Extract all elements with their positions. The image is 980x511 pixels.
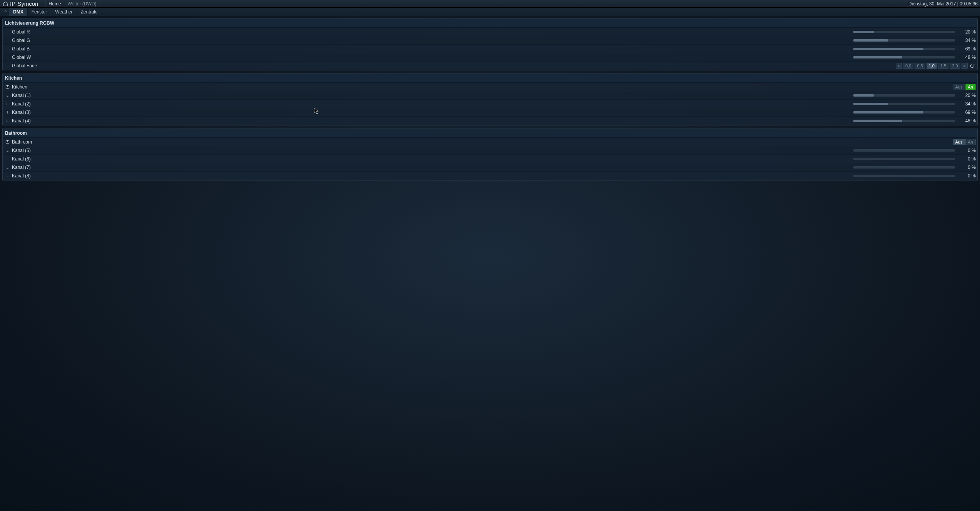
tab-weather[interactable]: Weather bbox=[51, 8, 77, 16]
fade-option-0-0[interactable]: 0,0 bbox=[903, 63, 913, 69]
row-label: Kanal (8) bbox=[12, 173, 31, 179]
row-label: Global R bbox=[12, 29, 30, 35]
panel-kitchen: KitchenKitchenAusAnı..Kanal (1)20 %ı..Ka… bbox=[2, 73, 978, 125]
separator bbox=[45, 1, 45, 7]
toggle: AusAn bbox=[953, 139, 976, 145]
row-global-w: Global W48 % bbox=[3, 53, 977, 62]
slider[interactable] bbox=[853, 119, 955, 123]
slider[interactable] bbox=[853, 165, 955, 169]
row-kanal-7-: ...Kanal (7)0 % bbox=[3, 163, 977, 172]
row-kanal-6-: ...Kanal (6)0 % bbox=[3, 155, 977, 163]
panel-lichtsteuerung-rgbw: Lichtsteuerung RGBWGlobal R20 %Global G3… bbox=[2, 18, 978, 70]
dots-icon: ... bbox=[4, 165, 10, 169]
row-kanal-8-: ...Kanal (8)0 % bbox=[3, 172, 977, 180]
row-bathroom: BathroomAusAn bbox=[3, 138, 977, 146]
percent-value: 48 % bbox=[959, 118, 976, 124]
refresh-icon[interactable] bbox=[969, 63, 976, 69]
tab-dmx[interactable]: DMX bbox=[9, 8, 28, 16]
panel-header: Kitchen bbox=[3, 74, 977, 83]
slider[interactable] bbox=[853, 102, 955, 106]
slider[interactable] bbox=[853, 38, 955, 42]
toggle-off-button[interactable]: Aus bbox=[953, 139, 965, 145]
row-label: Kanal (1) bbox=[12, 93, 31, 98]
fade-next-button[interactable]: > bbox=[962, 63, 968, 69]
slider[interactable] bbox=[853, 47, 955, 51]
percent-value: 34 % bbox=[959, 101, 976, 107]
row-label: Kanal (3) bbox=[12, 110, 31, 115]
row-label: Kanal (6) bbox=[12, 156, 31, 162]
row-kanal-4-: ı..Kanal (4)48 % bbox=[3, 117, 977, 125]
row-label: Global Fade bbox=[12, 63, 37, 68]
percent-value: 0 % bbox=[959, 165, 976, 170]
fade-option-1-5[interactable]: 1,5 bbox=[938, 63, 948, 69]
row-label: Global G bbox=[12, 38, 30, 43]
toggle-off-button[interactable]: Aus bbox=[953, 84, 965, 90]
percent-value: 20 % bbox=[959, 29, 976, 35]
main-area: Lichtsteuerung RGBWGlobal R20 %Global G3… bbox=[0, 16, 980, 511]
bars-high-icon: ıl. bbox=[4, 110, 10, 114]
home-icon[interactable] bbox=[2, 1, 8, 7]
tab-fenster[interactable]: Fenster bbox=[28, 8, 52, 16]
row-label: Kanal (7) bbox=[12, 165, 31, 170]
row-global-r: Global R20 % bbox=[3, 28, 977, 36]
percent-value: 0 % bbox=[959, 156, 976, 162]
slider[interactable] bbox=[853, 94, 955, 97]
power-icon bbox=[4, 139, 10, 144]
panel-header: Lichtsteuerung RGBW bbox=[3, 19, 977, 28]
slider[interactable] bbox=[853, 55, 955, 59]
bars-low-icon: ı.. bbox=[4, 94, 10, 97]
percent-value: 69 % bbox=[959, 46, 976, 52]
dots-icon: ... bbox=[4, 149, 10, 152]
row-label: Bathroom bbox=[12, 139, 32, 145]
row-label: Kitchen bbox=[12, 84, 27, 90]
fade-prev-button[interactable]: < bbox=[896, 63, 902, 69]
slider[interactable] bbox=[853, 157, 955, 161]
back-icon[interactable] bbox=[2, 10, 9, 14]
row-label: Global W bbox=[12, 55, 31, 60]
fade-option-1-0[interactable]: 1,0 bbox=[926, 63, 937, 69]
row-kanal-3-: ıl.Kanal (3)69 % bbox=[3, 108, 977, 117]
toggle: AusAn bbox=[953, 84, 976, 90]
bars-mid-icon: ı.. bbox=[4, 119, 10, 123]
separator bbox=[64, 1, 64, 7]
slider[interactable] bbox=[853, 149, 955, 152]
tab-zentrale[interactable]: Zentrale bbox=[77, 8, 102, 16]
row-label: Kanal (2) bbox=[12, 101, 31, 107]
slider[interactable] bbox=[853, 30, 955, 34]
top-bar: IP-Symcon Home Wetter (DWD) Dienstag, 30… bbox=[0, 0, 980, 8]
percent-value: 20 % bbox=[959, 93, 976, 98]
row-label: Global B bbox=[12, 46, 30, 52]
row-kanal-1-: ı..Kanal (1)20 % bbox=[3, 91, 977, 100]
fade-option-2-0[interactable]: 2,0 bbox=[950, 63, 960, 69]
breadcrumb-home[interactable]: Home bbox=[48, 1, 61, 7]
dots-icon: ... bbox=[4, 157, 10, 161]
row-kanal-2-: ı..Kanal (2)34 % bbox=[3, 100, 977, 108]
power-icon bbox=[4, 84, 10, 89]
toggle-on-button[interactable]: An bbox=[965, 84, 976, 90]
row-label: Kanal (4) bbox=[12, 118, 31, 124]
slider[interactable] bbox=[853, 110, 955, 114]
percent-value: 34 % bbox=[959, 38, 976, 43]
toggle-on-button[interactable]: An bbox=[965, 139, 976, 145]
tab-bar: DMXFensterWeatherZentrale bbox=[0, 8, 980, 16]
percent-value: 0 % bbox=[959, 148, 976, 153]
breadcrumb-wetter[interactable]: Wetter (DWD) bbox=[67, 1, 96, 7]
slider[interactable] bbox=[853, 174, 955, 178]
fade-option-0-5[interactable]: 0,5 bbox=[915, 63, 925, 69]
row-label: Kanal (5) bbox=[12, 148, 31, 153]
percent-value: 0 % bbox=[959, 173, 976, 179]
row-kanal-5-: ...Kanal (5)0 % bbox=[3, 146, 977, 155]
bars-low-icon: ı.. bbox=[4, 102, 10, 106]
fade-control: <0,00,51,01,52,0> bbox=[896, 63, 976, 69]
percent-value: 48 % bbox=[959, 55, 976, 60]
row-global-fade: Global Fade<0,00,51,01,52,0> bbox=[3, 62, 977, 70]
percent-value: 69 % bbox=[959, 110, 976, 115]
dots-icon: ... bbox=[4, 174, 10, 178]
panel-header: Bathroom bbox=[3, 129, 977, 138]
row-kitchen: KitchenAusAn bbox=[3, 83, 977, 91]
brand-title: IP-Symcon bbox=[10, 0, 38, 7]
datetime-label: Dienstag, 30. Mai 2017 | 09:05:36 bbox=[908, 1, 978, 7]
panel-bathroom: BathroomBathroomAusAn...Kanal (5)0 %...K… bbox=[2, 129, 978, 180]
row-global-g: Global G34 % bbox=[3, 36, 977, 45]
row-global-b: Global B69 % bbox=[3, 45, 977, 53]
